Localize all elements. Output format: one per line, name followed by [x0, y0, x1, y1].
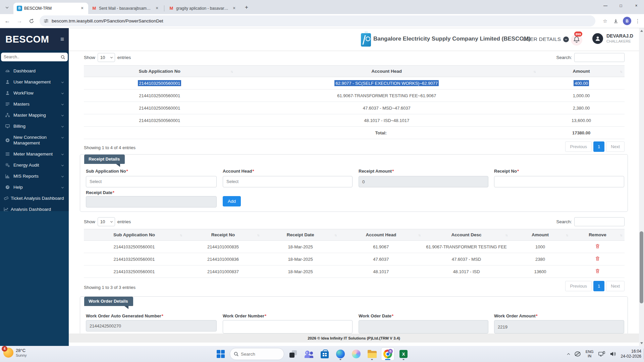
- table-row[interactable]: 21441032500560001 2144101000837 18-Mar-2…: [84, 265, 625, 278]
- address-bar[interactable]: bescom.trm.ieasybill.com/PSanction/Power…: [40, 15, 595, 26]
- sidebar-item-meter-management[interactable]: Meter Management: [0, 148, 69, 160]
- maximize-button[interactable]: □: [613, 0, 629, 11]
- user-avatar[interactable]: [592, 33, 603, 44]
- scrollbar-thumb[interactable]: [640, 231, 643, 303]
- table-row[interactable]: 21441032500560001 48.1017 - ISD~48.1017 …: [84, 114, 625, 127]
- close-icon[interactable]: ×: [231, 6, 237, 11]
- receipt-amount-input[interactable]: [359, 176, 488, 187]
- sidebar-item-billing[interactable]: Billing: [0, 121, 69, 132]
- table-row[interactable]: 21441032500560001 2144101000835 18-Mar-2…: [84, 241, 625, 253]
- edge-button[interactable]: [334, 347, 347, 361]
- work-order-amount-input[interactable]: [494, 320, 624, 334]
- chrome-button[interactable]: B: [381, 347, 394, 361]
- start-button[interactable]: [214, 347, 227, 361]
- sidebar-search-input[interactable]: [4, 55, 61, 59]
- sidebar-item-energy-audit[interactable]: Energy Audit: [0, 160, 69, 171]
- column-header[interactable]: Amount↑↓: [538, 66, 625, 77]
- table-row[interactable]: 21441032500560001 61.9067-TRANSFORMER TE…: [84, 89, 625, 102]
- sidebar-item-new-connection-management[interactable]: New Connection Management: [0, 132, 69, 148]
- sanction-table-search-input[interactable]: [574, 53, 625, 62]
- table-row[interactable]: 21441032500560001 2144101000836 18-Mar-2…: [84, 253, 625, 265]
- volume-icon[interactable]: [610, 351, 616, 357]
- next-button[interactable]: Next: [606, 141, 625, 152]
- bookmark-star-button[interactable]: ☆: [601, 17, 609, 25]
- notifications-button[interactable]: 899: [570, 32, 584, 46]
- work-order-number-input[interactable]: [223, 320, 353, 334]
- scroll-down-arrow[interactable]: [640, 342, 643, 344]
- sidebar-item-masters[interactable]: Masters: [0, 99, 69, 110]
- clock[interactable]: 16:04 24-02-2026: [621, 349, 641, 359]
- back-button[interactable]: ←: [3, 16, 12, 26]
- table-row[interactable]: 21441032500560001 47.6037 - MSD~47.6037 …: [84, 102, 625, 114]
- receipt-table-search-input[interactable]: [574, 217, 625, 226]
- column-header[interactable]: Account Desc↑↓: [423, 229, 510, 241]
- close-icon[interactable]: ×: [79, 6, 85, 11]
- scroll-up-arrow[interactable]: [640, 30, 643, 32]
- sidebar-item-ticket-analysis-dashboard[interactable]: Ticket Analysis Dashboard: [0, 193, 69, 204]
- receipt-date-input[interactable]: [86, 196, 217, 207]
- hamburger-menu-icon[interactable]: ≡: [60, 36, 64, 43]
- page-1-button[interactable]: 1: [593, 281, 604, 291]
- reload-button[interactable]: [27, 16, 36, 26]
- add-button[interactable]: Add: [223, 196, 241, 206]
- next-button[interactable]: Next: [606, 281, 625, 291]
- tab-search-button[interactable]: [2, 2, 12, 12]
- delete-button[interactable]: [595, 256, 600, 262]
- sidebar-item-mis-reports[interactable]: MIS Reports: [0, 171, 69, 182]
- language-indicator[interactable]: ENG IN: [586, 350, 594, 358]
- teams-button[interactable]: T: [302, 347, 316, 361]
- page-size-select[interactable]: 10: [98, 217, 115, 226]
- sidebar-item-dashboard[interactable]: Dashboard: [0, 65, 69, 76]
- sidebar-search[interactable]: [1, 53, 68, 61]
- column-header[interactable]: Remove↑↓: [571, 229, 625, 241]
- sidebar-item-help[interactable]: Help: [0, 182, 69, 193]
- new-tab-button[interactable]: +: [242, 3, 251, 12]
- page-scrollbar[interactable]: [639, 28, 644, 346]
- browser-profile-avatar[interactable]: B: [623, 17, 631, 25]
- delete-button[interactable]: [595, 244, 600, 250]
- sidebar-item-workflow[interactable]: WorkFlow: [0, 87, 69, 99]
- column-header[interactable]: Account Head↑↓: [235, 66, 538, 77]
- tab-bescom-trm[interactable]: B BESCOM-TRM ×: [13, 3, 88, 14]
- account-head-select[interactable]: Select: [223, 176, 353, 187]
- close-icon[interactable]: ×: [154, 6, 160, 11]
- sidebar-item-master-mapping[interactable]: Master Mapping: [0, 110, 69, 121]
- work-order-date-input[interactable]: [359, 320, 488, 334]
- user-details-menu[interactable]: USER DETAILS: [523, 36, 569, 42]
- sub-application-no-select[interactable]: Select: [86, 176, 217, 187]
- hidden-icons-button[interactable]: [568, 353, 570, 356]
- work-order-auto-number-input[interactable]: [86, 320, 217, 331]
- page-1-button[interactable]: 1: [593, 141, 604, 152]
- column-header[interactable]: Receipt Date↑↓: [262, 229, 339, 241]
- table-row[interactable]: 21441032500560001 62.9077 - SC(SELF EXEC…: [84, 77, 625, 89]
- receipt-no-input[interactable]: [494, 176, 624, 187]
- taskbar-search-input[interactable]: [241, 352, 284, 357]
- column-header[interactable]: Account Head↑↓: [339, 229, 423, 241]
- column-header[interactable]: Receipt No↑↓: [184, 229, 262, 241]
- downloads-button[interactable]: [611, 17, 620, 25]
- browser-menu-button[interactable]: ⋮: [633, 17, 642, 25]
- previous-button[interactable]: Previous: [565, 141, 592, 152]
- microsoft-store-button[interactable]: [318, 347, 331, 361]
- column-header[interactable]: Sub Application No↑↓: [84, 229, 184, 241]
- touchpad-icon[interactable]: [574, 351, 581, 357]
- copilot-button[interactable]: [350, 347, 363, 361]
- tab-sent-mail[interactable]: M Sent Mail - basavarajbsamudra ×: [88, 3, 163, 14]
- forward-button[interactable]: →: [15, 16, 24, 26]
- file-explorer-button[interactable]: [365, 347, 379, 361]
- column-header[interactable]: Sub Application No↑↓: [84, 66, 235, 77]
- network-icon[interactable]: [598, 351, 605, 357]
- page-size-select[interactable]: 10: [98, 53, 115, 62]
- delete-button[interactable]: [595, 268, 600, 275]
- weather-widget[interactable]: 4 28°C Sunny: [3, 348, 27, 358]
- excel-button[interactable]: X: [397, 347, 410, 361]
- previous-button[interactable]: Previous: [565, 281, 592, 291]
- tab-gragity-application[interactable]: M gragity aplication - basavarajb ×: [165, 3, 240, 14]
- taskbar-search[interactable]: [230, 348, 284, 360]
- minimize-button[interactable]: —: [598, 0, 613, 11]
- column-header[interactable]: Amount↑↓: [510, 229, 571, 241]
- sidebar-item-user-management[interactable]: User Management: [0, 76, 69, 87]
- task-view-button[interactable]: [286, 347, 300, 361]
- close-window-button[interactable]: ×: [629, 0, 644, 11]
- required-marker: *: [392, 313, 393, 318]
